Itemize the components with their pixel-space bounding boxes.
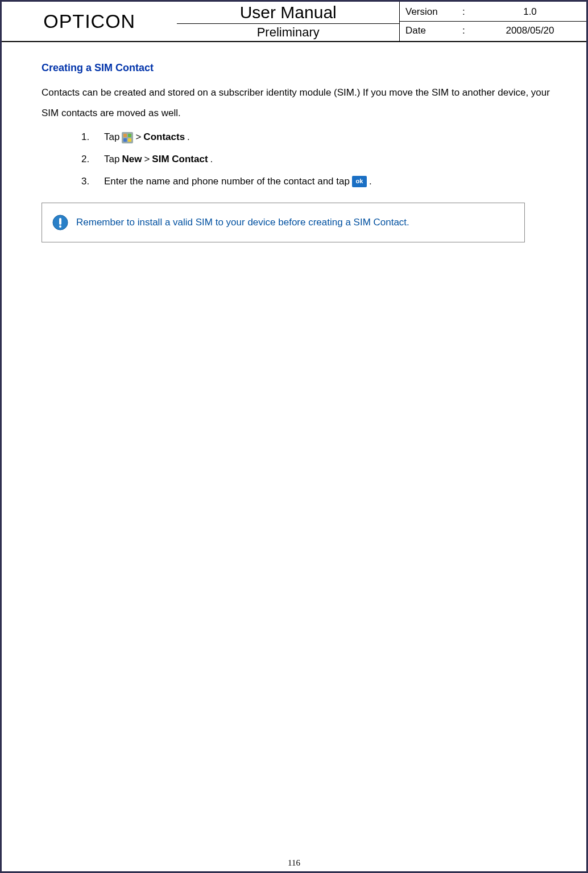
date-value: 2008/05/20 [479,25,581,36]
step-number: 3. [81,173,104,191]
page-container: OPTICON User Manual Preliminary Version … [0,0,588,873]
text-fragment: Enter the name and phone number of the c… [104,173,350,191]
doc-subtitle: Preliminary [177,24,399,41]
text-fragment: Tap [104,151,119,168]
ok-icon [352,176,367,187]
note-text: Remember to install a valid SIM to your … [76,217,409,228]
text-fragment: > [144,151,150,168]
version-row: Version : 1.0 [400,3,586,22]
step-text: Enter the name and phone number of the c… [104,173,372,191]
date-label: Date [405,25,462,36]
step-text: Tap > Contacts. [104,129,190,146]
text-fragment-bold: SIM Contact [152,151,208,168]
text-fragment: . [210,151,213,168]
section-title: Creating a SIM Contact [42,62,552,74]
step-text: Tap New > SIM Contact. [104,151,213,168]
list-item: 2. Tap New > SIM Contact. [81,151,552,168]
header-row: OPTICON User Manual Preliminary Version … [2,2,586,41]
page-number: 116 [2,858,586,871]
header: OPTICON User Manual Preliminary Version … [2,2,586,42]
version-value: 1.0 [479,6,581,18]
svg-rect-2 [128,134,131,137]
svg-point-7 [59,225,61,228]
content-area: Creating a SIM Contact Contacts can be c… [2,42,586,858]
note-box: Remember to install a valid SIM to your … [42,203,525,242]
doc-title: User Manual [177,2,399,24]
svg-rect-1 [123,134,127,137]
list-item: 3. Enter the name and phone number of th… [81,173,552,191]
text-fragment: . [187,129,190,146]
version-label: Version [405,6,462,18]
step-number: 2. [81,151,104,168]
start-icon [122,132,133,143]
svg-rect-6 [59,218,61,225]
svg-rect-0 [122,132,133,143]
svg-rect-3 [123,138,127,142]
header-title-cell: User Manual Preliminary [177,2,399,41]
svg-rect-4 [128,138,131,142]
text-fragment: > [135,129,141,146]
alert-icon [52,215,68,230]
text-fragment: Tap [104,129,119,146]
step-number: 1. [81,129,104,146]
date-row: Date : 2008/05/20 [400,22,586,40]
colon: : [462,25,479,36]
list-item: 1. Tap > Contacts. [81,129,552,146]
header-meta: Version : 1.0 Date : 2008/05/20 [399,2,586,41]
text-fragment: . [369,173,372,191]
colon: : [462,6,479,18]
text-fragment-bold: New [122,151,142,168]
intro-text: Contacts can be created and stored on a … [42,83,552,123]
steps-list: 1. Tap > Contacts. [42,129,552,190]
text-fragment-bold: Contacts [143,129,185,146]
brand-name: OPTICON [2,2,177,41]
